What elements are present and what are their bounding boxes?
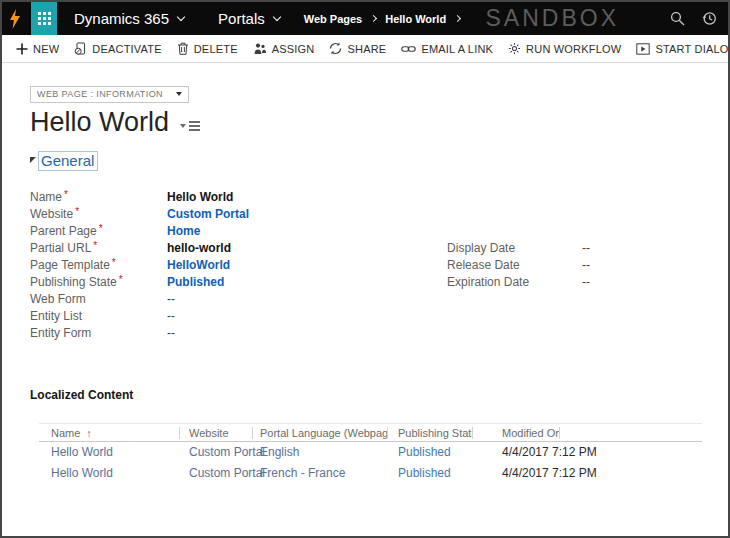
search-icon[interactable] <box>669 10 686 27</box>
field-label: Entity Form <box>30 326 167 340</box>
cell-language[interactable]: English <box>252 442 387 463</box>
cell-website[interactable]: Custom Portal <box>179 463 252 484</box>
cell-modified-on[interactable]: 4/4/2017 7:12 PM <box>472 442 559 463</box>
required-asterisk: * <box>93 240 97 251</box>
chain-link-icon <box>401 44 416 54</box>
field-value-page-template-link[interactable]: HelloWorld <box>167 258 230 272</box>
environment-badge: SANDBOX <box>486 5 619 32</box>
cmd-label: DELETE <box>194 43 238 55</box>
column-header-website[interactable]: Website <box>179 424 252 442</box>
column-header-name[interactable]: Name↑ <box>39 424 179 442</box>
email-a-link-button[interactable]: EMAIL A LINK <box>401 43 493 55</box>
assign-button[interactable]: ASSIGN <box>253 42 315 55</box>
field-area: Name* Hello World Website* Custom Portal… <box>30 188 700 341</box>
recently-viewed-icon[interactable] <box>701 10 718 27</box>
section-general-header[interactable]: General <box>30 151 700 171</box>
chevron-right-icon <box>454 15 461 22</box>
field-value-website-link[interactable]: Custom Portal <box>167 207 249 221</box>
share-circle-icon <box>329 42 342 55</box>
field-label: Release Date <box>447 258 582 272</box>
field-value-display-date[interactable]: -- <box>582 241 590 255</box>
chevron-right-icon <box>370 15 377 22</box>
field-row-parent-page: Parent Page* Home <box>30 222 447 239</box>
chevron-down-icon <box>176 92 182 96</box>
field-row-entity-form: Entity Form -- <box>30 324 447 341</box>
field-value-web-form[interactable]: -- <box>167 292 175 306</box>
cmd-label: SHARE <box>347 43 386 55</box>
page-title: Hello World <box>30 107 169 138</box>
area-label: Portals <box>218 10 265 27</box>
field-value-publishing-state-link[interactable]: Published <box>167 275 224 289</box>
cmd-label: EMAIL A LINK <box>421 43 493 55</box>
command-bar: NEW DEACTIVATE DELETE <box>2 35 728 63</box>
record-type-label: WEB PAGE : INFORMATION <box>37 89 163 99</box>
gear-icon <box>508 42 521 55</box>
chevron-down-icon <box>272 12 280 20</box>
field-value-name[interactable]: Hello World <box>167 190 233 204</box>
top-nav: Dynamics 365 Portals Web Pages Hello Wor… <box>2 2 728 35</box>
chevron-down-icon <box>180 124 186 128</box>
column-header-publishing-state[interactable]: Publishing State <box>387 424 472 442</box>
cell-name[interactable]: Hello World <box>39 442 179 463</box>
record-type-selector[interactable]: WEB PAGE : INFORMATION <box>30 86 189 103</box>
section-collapse-icon <box>30 157 36 163</box>
cell-publishing-state[interactable]: Published <box>387 463 472 484</box>
breadcrumb: Web Pages Hello World <box>304 13 460 25</box>
new-button[interactable]: NEW <box>16 43 59 55</box>
field-row-publishing-state: Publishing State* Published <box>30 273 447 290</box>
field-value-expiration-date[interactable]: -- <box>582 275 590 289</box>
play-box-icon <box>636 43 650 55</box>
field-row-name: Name* Hello World <box>30 188 447 205</box>
field-label: Display Date <box>447 241 582 255</box>
trash-icon <box>177 42 189 55</box>
field-label: Expiration Date <box>447 275 582 289</box>
run-workflow-button[interactable]: RUN WORKFLOW <box>508 42 621 55</box>
share-button[interactable]: SHARE <box>329 42 386 55</box>
cell-language[interactable]: French - France <box>252 463 387 484</box>
sort-ascending-icon: ↑ <box>86 427 92 439</box>
field-column-right: Display Date -- Release Date -- Expirati… <box>447 239 700 341</box>
chevron-down-icon <box>177 12 185 20</box>
column-header-modified-on[interactable]: Modified On <box>472 424 559 442</box>
field-row-website: Website* Custom Portal <box>30 205 447 222</box>
brand-label: Dynamics 365 <box>74 10 169 27</box>
field-value-entity-list[interactable]: -- <box>167 309 175 323</box>
app-window: Dynamics 365 Portals Web Pages Hello Wor… <box>0 0 730 538</box>
field-row-display-date: Display Date -- <box>447 239 700 256</box>
breadcrumb-web-pages[interactable]: Web Pages <box>304 13 363 25</box>
cell-modified-on[interactable]: 4/4/2017 7:12 PM <box>472 463 559 484</box>
breadcrumb-hello-world[interactable]: Hello World <box>385 13 446 25</box>
cell-name[interactable]: Hello World <box>39 463 179 484</box>
title-related-menu-button[interactable] <box>180 121 200 131</box>
nav-area-portals[interactable]: Portals <box>218 10 280 27</box>
localized-content-grid: Name↑ Website Portal Language (Webpage L… <box>39 423 702 484</box>
required-asterisk: * <box>99 223 103 234</box>
field-row-web-form: Web Form -- <box>30 290 447 307</box>
lightning-bolt-icon[interactable] <box>8 8 22 30</box>
field-value-entity-form[interactable]: -- <box>167 326 175 340</box>
subgrid-row-french[interactable]: Hello World Custom Portal French - Franc… <box>39 463 702 484</box>
subgrid-header-row: Name↑ Website Portal Language (Webpage L… <box>39 424 702 442</box>
cmd-label: NEW <box>33 43 59 55</box>
delete-button[interactable]: DELETE <box>177 42 238 55</box>
field-row-expiration-date: Expiration Date -- <box>447 273 700 290</box>
cmd-label: DEACTIVATE <box>92 43 161 55</box>
cell-website[interactable]: Custom Portal <box>179 442 252 463</box>
field-column-left: Name* Hello World Website* Custom Portal… <box>30 188 447 341</box>
required-asterisk: * <box>64 189 68 200</box>
column-header-portal-language[interactable]: Portal Language (Webpage Langu.. <box>252 424 387 442</box>
section-general-label: General <box>38 151 98 171</box>
cmd-label: ASSIGN <box>272 43 315 55</box>
field-value-release-date[interactable]: -- <box>582 258 590 272</box>
field-label: Page Template* <box>30 258 167 272</box>
deactivate-button[interactable]: DEACTIVATE <box>74 42 161 55</box>
cell-publishing-state[interactable]: Published <box>387 442 472 463</box>
app-launcher-button[interactable] <box>31 2 57 35</box>
field-value-partial-url[interactable]: hello-world <box>167 241 231 255</box>
nav-brand-dynamics365[interactable]: Dynamics 365 <box>74 10 184 27</box>
column-header-filler <box>559 424 702 442</box>
field-label: Web Form <box>30 292 167 306</box>
start-dialog-button[interactable]: START DIALOG <box>636 43 730 55</box>
subgrid-row-english[interactable]: Hello World Custom Portal English Publis… <box>39 442 702 463</box>
field-value-parent-page-link[interactable]: Home <box>167 224 200 238</box>
